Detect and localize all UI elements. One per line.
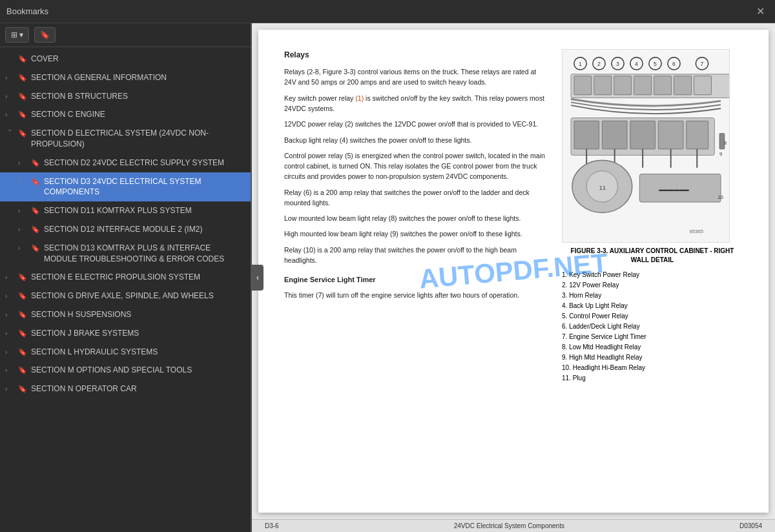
sidebar-item-section-m[interactable]: › 🔖 SECTION M OPTIONS AND SPECIAL TOOLS bbox=[0, 361, 251, 380]
para-8: High mounted low beam light relay (9) sw… bbox=[284, 229, 549, 239]
sidebar-toolbar: ⊞ ▾ 🔖 bbox=[0, 23, 251, 47]
sidebar-item-section-a[interactable]: › 🔖 SECTION A GENERAL INFORMATION bbox=[0, 68, 251, 87]
expand-arrow-d12[interactable]: › bbox=[18, 225, 27, 234]
figure-list-item: Engine Service Light Timer bbox=[562, 332, 743, 342]
sidebar-label-c: SECTION C ENGINE bbox=[31, 109, 245, 120]
svg-text:11: 11 bbox=[599, 184, 606, 191]
bookmark-icon-g: 🔖 bbox=[18, 291, 27, 301]
doc-figure: 1 2 3 4 5 6 bbox=[562, 49, 743, 384]
bookmark-icon-e: 🔖 bbox=[18, 272, 27, 282]
sidebar-item-section-d[interactable]: › 🔖 SECTION D ELECTRICAL SYSTEM (24VDC N… bbox=[0, 124, 251, 154]
sidebar-label-j: SECTION J BRAKE SYSTEMS bbox=[31, 328, 245, 339]
bookmark-icon-b: 🔖 bbox=[18, 92, 27, 101]
sidebar-item-d11[interactable]: › 🔖 SECTION D11 KOMTRAX PLUS SYSTEM bbox=[0, 201, 251, 220]
doc-content: Relays Relays (2-8, Figure 3-3) control … bbox=[284, 49, 743, 384]
engine-service-para: This timer (7) will turn off the engine … bbox=[284, 290, 549, 300]
footer-bar: D3-6 24VDC Electrical System Components … bbox=[252, 519, 775, 532]
grid-icon: ⊞ bbox=[11, 30, 17, 39]
bookmark-icon-a: 🔖 bbox=[18, 73, 27, 83]
sidebar-label-d12: SECTION D12 INTERFACE MODULE 2 (IM2) bbox=[44, 224, 245, 235]
expand-arrow-d13[interactable]: › bbox=[18, 244, 27, 253]
sidebar-item-d13[interactable]: › 🔖 SECTION D13 KOMTRAX PLUS & INTERFACE… bbox=[0, 239, 251, 269]
svg-rect-16 bbox=[594, 76, 612, 95]
sidebar-item-cover[interactable]: 🔖 COVER bbox=[0, 50, 251, 68]
sidebar-item-section-n[interactable]: › 🔖 SECTION N OPERATOR CAR bbox=[0, 380, 251, 398]
close-button[interactable]: ✕ bbox=[752, 4, 769, 19]
svg-text:6: 6 bbox=[672, 61, 676, 67]
expand-arrow-m[interactable]: › bbox=[5, 366, 14, 375]
sidebar-item-section-h[interactable]: › 🔖 SECTION H SUSPENSIONS bbox=[0, 305, 251, 324]
figure-list-item: 12V Power Relay bbox=[562, 280, 743, 291]
window-title: Bookmarks bbox=[6, 6, 752, 16]
sidebar-item-d12[interactable]: › 🔖 SECTION D12 INTERFACE MODULE 2 (IM2) bbox=[0, 220, 251, 239]
svg-rect-24 bbox=[602, 121, 627, 148]
svg-text:2: 2 bbox=[597, 61, 601, 67]
sidebar-label-e: SECTION E ELECTRIC PROPULSION SYSTEM bbox=[31, 272, 245, 283]
sidebar-item-section-e[interactable]: › 🔖 SECTION E ELECTRIC PROPULSION SYSTEM bbox=[0, 268, 251, 287]
svg-rect-19 bbox=[654, 76, 672, 95]
svg-text:9: 9 bbox=[719, 151, 722, 157]
svg-rect-27 bbox=[687, 121, 708, 148]
bookmark-icon-n: 🔖 bbox=[18, 384, 27, 394]
bookmark-icon-c: 🔖 bbox=[18, 110, 27, 119]
bookmark-icon-d: 🔖 bbox=[18, 128, 27, 138]
expand-arrow-b[interactable]: › bbox=[5, 92, 14, 101]
sidebar-item-d3[interactable]: › 🔖 SECTION D3 24VDC ELECTRICAL SYSTEM C… bbox=[0, 172, 251, 202]
svg-text:8: 8 bbox=[724, 140, 727, 146]
expand-arrow-d[interactable]: › bbox=[5, 129, 14, 138]
bookmark-icon-m: 🔖 bbox=[18, 365, 27, 375]
sidebar-item-section-g[interactable]: › 🔖 SECTION G DRIVE AXLE, SPINDLE, AND W… bbox=[0, 287, 251, 305]
svg-text:5: 5 bbox=[654, 61, 657, 67]
sidebar-label-d13: SECTION D13 KOMTRAX PLUS & INTERFACE MOD… bbox=[44, 243, 245, 265]
svg-rect-26 bbox=[658, 121, 683, 148]
para-1: Relays (2-8, Figure 3-3) control various… bbox=[284, 66, 549, 88]
sidebar-item-d2[interactable]: › 🔖 SECTION D2 24VDC ELECTRIC SUPPLY SYS… bbox=[0, 154, 251, 172]
section-title: Relays bbox=[284, 49, 549, 61]
footer-left: D3-6 bbox=[265, 522, 279, 529]
para-4: Backup light relay (4) switches the powe… bbox=[284, 135, 549, 145]
content-area: AUTOPDF.NET Relays Relays (2-8, Figure 3… bbox=[252, 23, 775, 532]
left-nav-arrow[interactable]: ‹ bbox=[252, 265, 264, 291]
sidebar-item-section-b[interactable]: › 🔖 SECTION B STRUCTURES bbox=[0, 87, 251, 106]
bookmark-icon: 🔖 bbox=[40, 30, 50, 39]
figure-list-item: Key Switch Power Relay bbox=[562, 270, 743, 280]
svg-rect-20 bbox=[674, 76, 692, 95]
bookmark-icon-d3: 🔖 bbox=[31, 177, 40, 187]
expand-arrow-g[interactable]: › bbox=[5, 292, 14, 301]
sidebar: ⊞ ▾ 🔖 🔖 COVER › 🔖 SECTION A GENERAL INFO… bbox=[0, 23, 252, 532]
expand-arrow-e[interactable]: › bbox=[5, 273, 14, 282]
expand-arrow-d3[interactable]: › bbox=[18, 178, 27, 187]
svg-text:3: 3 bbox=[616, 61, 619, 67]
sidebar-label-m: SECTION M OPTIONS AND SPECIAL TOOLS bbox=[31, 365, 245, 376]
expand-arrow-n[interactable]: › bbox=[5, 385, 14, 394]
expand-arrow-a[interactable]: › bbox=[5, 74, 14, 83]
expand-arrow-c[interactable]: › bbox=[5, 110, 14, 119]
expand-arrow-d2[interactable]: › bbox=[18, 159, 27, 168]
figure-list: Key Switch Power Relay 12V Power Relay H… bbox=[562, 270, 743, 384]
figure-list-item: Headlight Hi-Beam Relay bbox=[562, 363, 743, 373]
bookmark-icon-d13: 🔖 bbox=[31, 243, 40, 253]
svg-rect-23 bbox=[574, 121, 599, 148]
sidebar-label-h: SECTION H SUSPENSIONS bbox=[31, 309, 245, 320]
footer-right: D03054 bbox=[739, 522, 762, 529]
doc-text: Relays Relays (2-8, Figure 3-3) control … bbox=[284, 49, 549, 384]
para-5: Control power relay (5) is energized whe… bbox=[284, 150, 549, 182]
svg-text:4: 4 bbox=[635, 61, 638, 67]
sidebar-item-section-c[interactable]: › 🔖 SECTION C ENGINE bbox=[0, 105, 251, 124]
bookmark-button[interactable]: 🔖 bbox=[34, 27, 56, 43]
expand-arrow-j[interactable]: › bbox=[5, 329, 14, 338]
relay-svg: 1 2 3 4 5 6 bbox=[563, 52, 729, 240]
doc-page: AUTOPDF.NET Relays Relays (2-8, Figure 3… bbox=[258, 30, 769, 513]
sidebar-list: 🔖 COVER › 🔖 SECTION A GENERAL INFORMATIO… bbox=[0, 47, 251, 532]
bookmark-icon-d2: 🔖 bbox=[31, 158, 40, 168]
sidebar-item-section-j[interactable]: › 🔖 SECTION J BRAKE SYSTEMS bbox=[0, 324, 251, 343]
expand-arrow-d11[interactable]: › bbox=[18, 207, 27, 216]
expand-arrow-l[interactable]: › bbox=[5, 348, 14, 357]
svg-rect-18 bbox=[634, 76, 652, 95]
engine-service-title: Engine Service Light Timer bbox=[284, 274, 549, 286]
grid-view-button[interactable]: ⊞ ▾ bbox=[5, 27, 29, 43]
sidebar-label-d2: SECTION D2 24VDC ELECTRIC SUPPLY SYSTEM bbox=[44, 158, 245, 169]
sidebar-item-section-l[interactable]: › 🔖 SECTION L HYDRAULIC SYSTEMS bbox=[0, 343, 251, 362]
bookmark-icon-cover: 🔖 bbox=[18, 54, 27, 64]
expand-arrow-h[interactable]: › bbox=[5, 311, 14, 320]
